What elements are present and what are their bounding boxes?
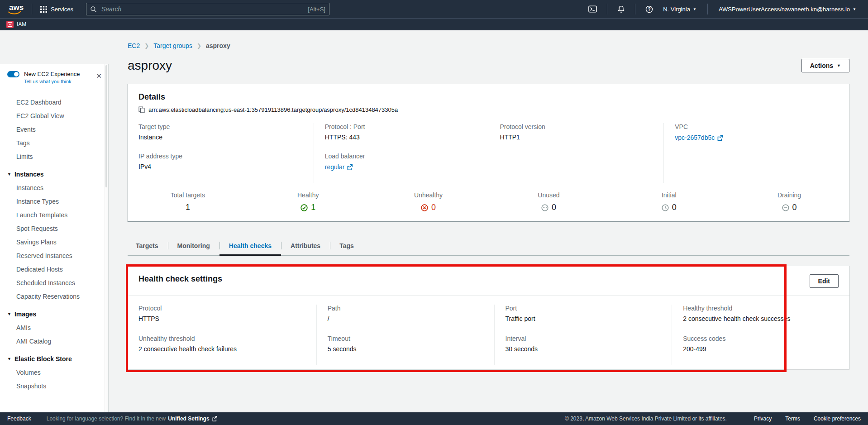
sidebar-section-instances[interactable]: ▼ Instances [0, 167, 108, 181]
notifications-bell-button[interactable] [613, 4, 630, 15]
initial-value: 0 [672, 203, 677, 212]
chevron-right-icon: ❯ [197, 43, 201, 49]
tab-monitoring[interactable]: Monitoring [168, 238, 219, 255]
breadcrumb-target-groups-link[interactable]: Target groups [153, 42, 192, 49]
sidebar-item-ec2-dashboard[interactable]: EC2 Dashboard [0, 96, 108, 109]
feedback-link[interactable]: Feedback [7, 415, 31, 422]
sidebar-item-scheduled-instances[interactable]: Scheduled Instances [0, 276, 108, 290]
aws-logo[interactable]: aws [6, 3, 26, 15]
copy-icon[interactable] [138, 106, 145, 113]
vpc-value: vpc-2657db5c [675, 134, 715, 141]
unhealthy-threshold-value: 2 consecutive health check failures [138, 345, 305, 353]
aws-logo-text: aws [9, 3, 24, 12]
account-label: AWSPowerUserAccess/navaneeth.kn@harness.… [719, 6, 850, 13]
sidebar-scrollbar[interactable] [105, 64, 108, 412]
unused-label: Unused [489, 191, 609, 199]
load-balancer-value: regular [325, 163, 345, 171]
sidebar-item-spot-requests[interactable]: Spot Requests [0, 222, 108, 235]
sidebar-section-images[interactable]: ▼ Images [0, 307, 108, 321]
tell-us-what-you-think-link[interactable]: Tell us what you think [24, 79, 102, 84]
port-label: Port [506, 305, 661, 312]
total-targets-value: 1 [186, 203, 190, 212]
health-check-settings-card: Health check settings Edit Protocol HTTP… [128, 266, 849, 369]
search-icon [90, 6, 97, 13]
unhealthy-value: 0 [431, 203, 436, 212]
top-navigation-bar: aws Services [Alt+S] [0, 0, 868, 18]
topbar-divider [607, 4, 607, 14]
topbar-right-group: ? N. Virginia ▼ AWSPowerUserAccess/navan… [584, 4, 862, 15]
breadcrumb-ec2-link[interactable]: EC2 [128, 42, 140, 49]
sidebar-item-limits[interactable]: Limits [0, 150, 108, 163]
chevron-right-icon: ❯ [144, 43, 149, 49]
services-menu-button[interactable]: Services [38, 4, 76, 14]
terms-link[interactable]: Terms [785, 415, 800, 422]
close-icon[interactable]: ✕ [96, 72, 102, 79]
sidebar-item-reserved-instances[interactable]: Reserved Instances [0, 249, 108, 263]
topbar-divider [32, 4, 32, 14]
sidebar-item-savings-plans[interactable]: Savings Plans [0, 235, 108, 249]
help-button[interactable]: ? [641, 4, 658, 15]
healthy-value: 1 [311, 203, 315, 212]
sidebar-item-instance-types[interactable]: Instance Types [0, 195, 108, 208]
sidebar-panel: New EC2 Experience ✕ Tell us what you th… [0, 64, 109, 412]
unhealthy-label: Unhealthy [368, 191, 489, 199]
cookie-preferences-link[interactable]: Cookie preferences [814, 415, 861, 422]
draining-value: 0 [792, 203, 797, 212]
unused-value: 0 [552, 203, 556, 212]
privacy-link[interactable]: Privacy [754, 415, 772, 422]
vpc-link[interactable]: vpc-2657db5c [675, 134, 723, 141]
protocol-label: Protocol [138, 305, 305, 312]
actions-button[interactable]: Actions ▼ [801, 59, 849, 72]
main-content: EC2 ❯ Target groups ❯ asproxy asproxy Ac… [109, 30, 868, 412]
search-input[interactable] [100, 5, 308, 13]
interval-value: 30 seconds [506, 345, 661, 353]
target-type-value: Instance [138, 134, 303, 141]
console-footer: Feedback Looking for language selection?… [0, 412, 868, 425]
success-codes-label: Success codes [683, 335, 839, 342]
unified-settings-link[interactable]: Unified Settings [168, 415, 209, 422]
chevron-down-icon: ▼ [7, 172, 11, 177]
sidebar-item-events[interactable]: Events [0, 123, 108, 136]
sidebar-item-launch-templates[interactable]: Launch Templates [0, 208, 108, 222]
sidebar-item-instances[interactable]: Instances [0, 181, 108, 195]
chevron-down-icon: ▼ [7, 357, 11, 361]
sidebar-item-tags[interactable]: Tags [0, 136, 108, 150]
sidebar-item-snapshots[interactable]: Snapshots [0, 379, 108, 393]
sidebar-item-volumes[interactable]: Volumes [0, 366, 108, 379]
sidebar-item-capacity-reservations[interactable]: Capacity Reservations [0, 290, 108, 303]
topbar-divider [635, 4, 635, 14]
protocol-port-label: Protocol : Port [325, 123, 478, 130]
sidebar-item-dedicated-hosts[interactable]: Dedicated Hosts [0, 263, 108, 276]
port-value: Traffic port [506, 315, 661, 322]
sidebar-item-ec2-global-view[interactable]: EC2 Global View [0, 109, 108, 123]
chevron-down-icon: ▼ [837, 63, 841, 68]
tab-health-checks[interactable]: Health checks [219, 238, 281, 255]
sidebar-item-amis[interactable]: AMIs [0, 321, 108, 334]
sidebar-item-ami-catalog[interactable]: AMI Catalog [0, 334, 108, 348]
vpc-label: VPC [675, 123, 828, 130]
breadcrumb-current: asproxy [206, 42, 230, 49]
scrollbar-thumb[interactable] [105, 65, 107, 187]
success-codes-value: 200-499 [683, 345, 839, 353]
new-experience-label: New EC2 Experience [24, 71, 80, 77]
load-balancer-link[interactable]: regular [325, 163, 353, 171]
search-box[interactable]: [Alt+S] [86, 3, 329, 15]
healthy-label: Healthy [248, 191, 368, 199]
unhealthy-threshold-label: Unhealthy threshold [138, 335, 305, 342]
new-experience-toggle[interactable] [7, 71, 19, 77]
path-label: Path [328, 305, 483, 312]
protocol-version-value: HTTP1 [500, 134, 653, 141]
tab-targets[interactable]: Targets [128, 238, 168, 255]
sidebar-section-elastic-block-store[interactable]: ▼ Elastic Block Store [0, 352, 108, 366]
external-link-icon [212, 416, 217, 421]
favorite-iam-link[interactable]: IAM [17, 21, 26, 28]
edit-button[interactable]: Edit [810, 274, 839, 288]
region-selector[interactable]: N. Virginia ▼ [658, 4, 702, 14]
cloudshell-button[interactable] [584, 4, 601, 14]
target-group-arn: arn:aws:elasticloadbalancing:us-east-1:3… [148, 106, 398, 113]
tab-attributes[interactable]: Attributes [281, 238, 330, 255]
ip-address-type-label: IP address type [138, 153, 303, 160]
tab-tags[interactable]: Tags [330, 238, 363, 255]
healthy-threshold-value: 2 consecutive health check successes [683, 315, 839, 322]
account-menu[interactable]: AWSPowerUserAccess/navaneeth.kn@harness.… [713, 4, 862, 14]
